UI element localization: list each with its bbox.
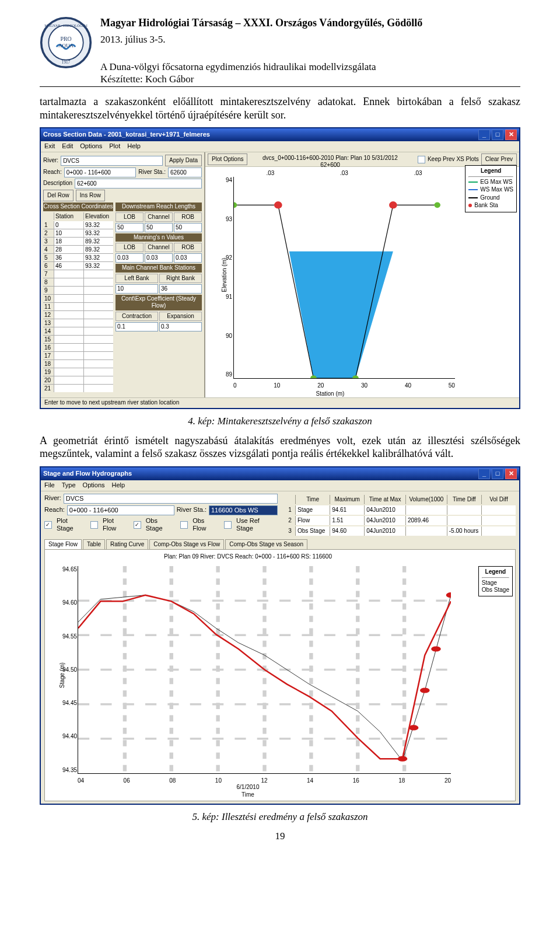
menu-bar-2: File Type Options Help — [41, 480, 519, 491]
riversta-label: River Sta.: — [138, 169, 166, 176]
mann-header: Manning's n Values — [116, 233, 202, 242]
ins-row-button[interactable]: Ins Row — [76, 190, 105, 201]
col-channel: Channel — [145, 212, 173, 222]
status-bar: Enter to move to next upstream river sta… — [41, 397, 519, 408]
plot-flow-checkbox[interactable] — [90, 521, 98, 529]
mann-rob[interactable]: 0.03 — [174, 253, 202, 263]
plot2-title: Plan: Plan 09 River: DVCS Reach: 0+000 -… — [45, 553, 451, 561]
plot-legend: Legend EG Max WS WS Max WS Ground Bank S… — [465, 165, 517, 212]
cont-header: Cont\Exp Coefficient (Steady Flow) — [116, 295, 202, 310]
mann-lob[interactable]: 0.03 — [116, 253, 144, 263]
menu-exit[interactable]: Exit — [44, 142, 55, 151]
coords-header: Cross Section Coordinates — [43, 203, 113, 211]
menu-file[interactable]: File — [44, 481, 55, 490]
description-input[interactable]: 62+600 — [75, 179, 202, 189]
figure-4-caption: 4. kép: Mintakeresztszelvény a felső sza… — [40, 415, 520, 427]
tab-comp-flow[interactable]: Comp-Obs Stage vs Flow — [149, 539, 224, 550]
cross-section-plot: Plot Options Keep Prev XS Plots Clear Pr… — [205, 152, 519, 397]
page-number: 19 — [40, 830, 520, 842]
svg-point-30 — [431, 646, 441, 651]
menu-type[interactable]: Type — [62, 481, 76, 490]
x-ticks: 01020304050 — [233, 382, 455, 390]
close-button-2[interactable]: ✕ — [505, 469, 517, 479]
tab-bar: Stage Flow Table Rating Curve Comp-Obs S… — [44, 539, 516, 550]
tab-stage-flow[interactable]: Stage Flow — [44, 539, 82, 550]
window-titlebar[interactable]: Cross Section Data - 2001_kotrasi_terv+1… — [41, 128, 519, 141]
svg-marker-6 — [289, 252, 393, 378]
svg-point-13 — [274, 201, 282, 208]
summary-table-body: 1Stage94.6104Jun2010 12002Flow1.5104Jun2… — [285, 505, 516, 536]
menu-options[interactable]: Options — [80, 142, 102, 151]
tab-rating-curve[interactable]: Rating Curve — [106, 539, 148, 550]
svg-text:1917: 1917 — [62, 60, 71, 65]
apply-data-button[interactable]: Apply Data — [165, 155, 202, 166]
riversta-select[interactable]: 62600 — [168, 167, 202, 177]
summary-table-header: Time SeriesMaximumTime at MaxVolume(1000… — [285, 495, 516, 504]
menu-edit[interactable]: Edit — [62, 142, 73, 151]
svg-point-7 — [234, 202, 237, 208]
minimize-button-2[interactable]: _ — [478, 469, 490, 479]
drl-chan[interactable]: 50 — [145, 223, 173, 232]
header-subtitle: A Duna-völgyi főcsatorna egydimenziós hi… — [100, 61, 520, 73]
plot2-legend: Legend Stage Obs Stage — [478, 566, 513, 596]
clear-prev-button[interactable]: Clear Prev — [481, 153, 517, 165]
expansion-input[interactable]: 0.3 — [159, 322, 202, 331]
bank-right[interactable]: 36 — [159, 284, 202, 294]
society-logo: PROAQUAMAGYAR · HIDROLÓGIAI1917 — [40, 16, 92, 72]
cross-section-window: Cross Section Data - 2001_kotrasi_terv+1… — [40, 127, 520, 409]
y-ticks: 949392919089 — [219, 177, 232, 379]
svg-point-31 — [446, 592, 451, 598]
menu-help-2[interactable]: Help — [112, 481, 125, 490]
header-title: Magyar Hidrológiai Társaság – XXXI. Orsz… — [100, 16, 520, 30]
riversta-select-2[interactable]: 116600 Obs WS — [209, 505, 278, 515]
obs-flow-checkbox[interactable] — [180, 521, 188, 529]
maximize-button[interactable]: □ — [492, 130, 503, 140]
drl-rob[interactable]: 50 — [174, 223, 202, 232]
minimize-button[interactable]: _ — [478, 130, 490, 140]
svg-point-14 — [389, 201, 397, 208]
drl-lob[interactable]: 50 — [116, 223, 144, 232]
obs-stage-checkbox[interactable]: ✓ — [134, 521, 141, 529]
col-station: Station — [54, 212, 83, 220]
menu-bar: Exit Edit Options Plot Help — [41, 141, 519, 152]
river-label: River: — [43, 157, 58, 165]
maximize-button-2[interactable]: □ — [492, 469, 503, 479]
page-header: PROAQUAMAGYAR · HIDROLÓGIAI1917 Magyar H… — [40, 16, 520, 85]
river-select[interactable]: DVCS — [61, 156, 163, 166]
svg-text:PRO: PRO — [60, 36, 71, 42]
bank-left[interactable]: 10 — [116, 284, 158, 294]
window-title: Cross Section Data - 2001_kotrasi_terv+1… — [43, 131, 210, 139]
svg-point-28 — [409, 725, 419, 730]
plot-stage-checkbox[interactable]: ✓ — [44, 521, 52, 529]
paragraph-2: A geometriát érintő ismételt nagyszabású… — [40, 434, 520, 460]
river-select-2[interactable]: DVCS — [64, 494, 278, 504]
hydrograph-plot: Plan: Plan 09 River: DVCS Reach: 0+000 -… — [44, 549, 516, 801]
header-date: 2013. július 3-5. — [100, 33, 520, 46]
hydrograph-window: Stage and Flow Hydrographs _ □ ✕ File Ty… — [40, 466, 520, 805]
coords-table[interactable]: StationElevation — [43, 212, 113, 220]
tab-comp-season[interactable]: Comp-Obs Stage vs Season — [225, 539, 307, 550]
coords-rows[interactable]: 1093.3221093.3231889.3242889.3253693.326… — [43, 221, 113, 392]
del-row-button[interactable]: Del Row — [43, 190, 74, 201]
svg-text:AQUA: AQUA — [58, 43, 74, 48]
menu-help[interactable]: Help — [127, 142, 141, 151]
header-author: Készítette: Koch Gábor — [100, 73, 520, 85]
col-elevation: Elevation — [84, 212, 113, 220]
contraction-input[interactable]: 0.1 — [116, 322, 158, 331]
description-label: Description — [43, 180, 72, 187]
window-title-2: Stage and Flow Hydrographs — [43, 470, 132, 478]
left-panel: River:DVCSApply Data Reach:0+000 - 116+6… — [41, 152, 205, 397]
reach-select[interactable]: 0+000 - 116+600 — [64, 167, 136, 177]
drl-header: Downstream Reach Lengths — [116, 203, 202, 211]
close-button[interactable]: ✕ — [505, 130, 517, 140]
window-titlebar-2[interactable]: Stage and Flow Hydrographs _ □ ✕ — [41, 467, 519, 480]
svg-point-12 — [434, 202, 440, 208]
mann-chan[interactable]: 0.03 — [145, 253, 173, 263]
plot-subtitle: 62+600 — [205, 162, 455, 169]
use-ref-checkbox[interactable] — [224, 521, 232, 529]
reach-select-2[interactable]: 0+000 - 116+600 — [67, 505, 174, 515]
svg-point-27 — [398, 756, 408, 762]
menu-plot[interactable]: Plot — [109, 142, 120, 151]
tab-table[interactable]: Table — [83, 539, 105, 550]
menu-options-2[interactable]: Options — [83, 481, 105, 490]
